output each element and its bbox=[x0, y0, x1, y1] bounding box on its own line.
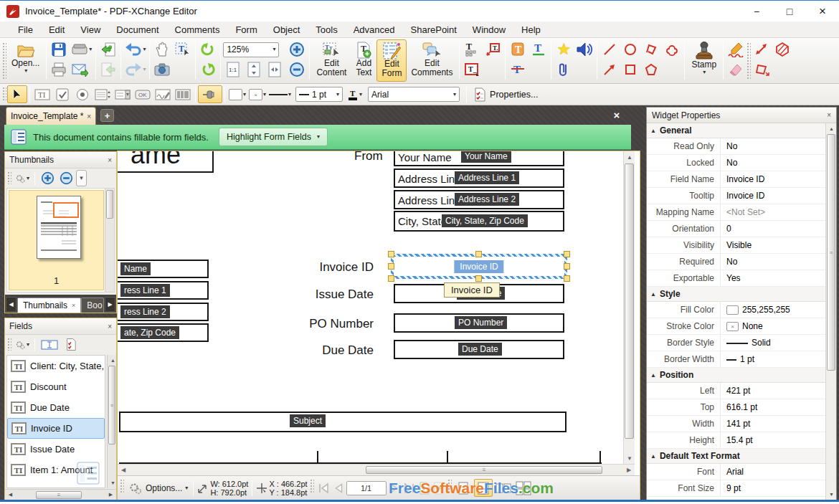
highlight-text-button[interactable]: T bbox=[508, 40, 528, 60]
panel-tabs-left-icon[interactable]: ◀ bbox=[6, 297, 16, 312]
actual-size-button[interactable]: 1:1 bbox=[223, 60, 243, 80]
fields-close-icon[interactable]: × bbox=[108, 323, 112, 331]
thumbnails-options-button[interactable]: ▾ bbox=[14, 170, 31, 186]
viewport-indicator[interactable] bbox=[53, 202, 79, 218]
toolbar-grip[interactable] bbox=[7, 171, 11, 184]
prop-top[interactable]: Top 616.1 pt bbox=[647, 399, 825, 416]
stamp-button[interactable]: Stamp ▾ bbox=[687, 39, 721, 82]
prop-border-style[interactable]: Border Style Solid bbox=[647, 335, 825, 351]
menu-advanced[interactable]: Advanced bbox=[346, 24, 403, 35]
arrow-tool-button[interactable] bbox=[599, 60, 620, 80]
print-button[interactable] bbox=[49, 60, 69, 80]
resize-handle-e[interactable] bbox=[564, 263, 570, 270]
area-tool-button[interactable] bbox=[772, 40, 792, 60]
zoom-level-combo[interactable]: 125% ▾ bbox=[223, 42, 279, 57]
toolbar-grip[interactable] bbox=[746, 42, 751, 79]
due-date-field[interactable]: Due Date bbox=[394, 340, 564, 359]
rename-field-button[interactable] bbox=[39, 336, 60, 353]
close-button[interactable]: × bbox=[806, 1, 839, 22]
properties-scrollbar[interactable]: ▲ ≡ ▼ bbox=[825, 123, 836, 500]
tab-bookmarks[interactable]: Boo bbox=[81, 298, 104, 313]
prop-height[interactable]: Height 15.4 pt bbox=[647, 432, 825, 449]
prop-orientation[interactable]: Orientation 0 bbox=[647, 221, 825, 237]
prop-exportable[interactable]: Exportable Yes bbox=[647, 270, 825, 287]
zoom-out-button[interactable] bbox=[287, 60, 307, 80]
eraser-tool-button[interactable] bbox=[726, 60, 746, 80]
previous-page-icon[interactable] bbox=[332, 482, 345, 495]
highlight-form-fields-button[interactable]: Highlight Form Fields ▾ bbox=[219, 128, 328, 146]
save-button[interactable] bbox=[49, 40, 69, 60]
export-button[interactable] bbox=[98, 60, 118, 80]
prop-locked[interactable]: Locked No bbox=[647, 155, 825, 171]
signature-field-tool[interactable] bbox=[153, 85, 173, 103]
prop-font[interactable]: Font Arial bbox=[647, 464, 825, 480]
edit-content-button[interactable]: TT Edit Content bbox=[312, 39, 351, 82]
field-item-issue-date[interactable]: TI Issue Date bbox=[7, 439, 105, 460]
stroke-color-swatch[interactable]: × bbox=[726, 322, 739, 331]
prop-field-name[interactable]: Field Name Invoice ID bbox=[647, 171, 825, 188]
prop-left[interactable]: Left 421 pt bbox=[647, 383, 825, 399]
address-line-2-field[interactable]: Address Line 2 Address Line 2 bbox=[394, 190, 564, 209]
page-number-box[interactable]: 1/1 bbox=[346, 481, 387, 495]
client-address-2-field[interactable]: ress Line 2 bbox=[118, 303, 209, 321]
section-default-text-format[interactable]: ▲ Default Text Format bbox=[647, 449, 825, 464]
menu-document[interactable]: Document bbox=[108, 24, 166, 35]
fit-page-button[interactable] bbox=[244, 60, 264, 80]
subject-field[interactable]: Subject bbox=[119, 412, 567, 432]
minimize-button[interactable]: − bbox=[740, 1, 773, 22]
tab-close-icon[interactable]: × bbox=[87, 113, 91, 120]
address-line-1-field[interactable]: Address Line 1 Address Line 1 bbox=[394, 168, 564, 188]
fields-options-button[interactable]: ▾ bbox=[14, 336, 31, 353]
select-fields-tool[interactable] bbox=[7, 85, 27, 103]
stroke-color-picker[interactable]: × ▾ bbox=[247, 85, 267, 103]
document-vertical-scrollbar[interactable]: ▲ ▼ bbox=[623, 151, 635, 464]
prop-required[interactable]: Required No bbox=[647, 254, 825, 270]
menu-comments[interactable]: Comments bbox=[167, 24, 228, 35]
document-horizontal-scrollbar[interactable]: ◀ ≡ ▶ bbox=[118, 464, 635, 475]
scan-button[interactable]: ▾ bbox=[70, 40, 93, 60]
sound-button[interactable] bbox=[574, 40, 594, 60]
import-button[interactable] bbox=[98, 40, 118, 60]
document-pane-close-button[interactable]: × bbox=[609, 108, 625, 122]
resize-handle-w[interactable] bbox=[388, 263, 394, 270]
widget-properties-close-icon[interactable]: × bbox=[827, 111, 831, 119]
thumbnails-expand-button[interactable]: ▼ bbox=[76, 170, 87, 186]
cloud-tool-button[interactable] bbox=[662, 40, 682, 60]
thumbnails-scrollbar[interactable] bbox=[105, 189, 114, 292]
fields-vertical-scrollbar[interactable]: ▲ ≡ ▼ bbox=[107, 355, 116, 488]
oval-tool-button[interactable] bbox=[620, 40, 640, 60]
toolbar-grip[interactable] bbox=[120, 479, 124, 493]
prop-read-only[interactable]: Read Only No bbox=[647, 138, 825, 155]
thumbnails-close-icon[interactable]: × bbox=[108, 156, 112, 164]
menu-view[interactable]: View bbox=[72, 24, 108, 35]
thumbnail-page-1[interactable]: 1 bbox=[9, 190, 104, 290]
menu-object[interactable]: Object bbox=[265, 24, 308, 35]
prop-visibility[interactable]: Visibility Visible bbox=[647, 237, 825, 254]
fit-width-button[interactable] bbox=[265, 60, 285, 80]
menu-help[interactable]: Help bbox=[513, 24, 549, 35]
keep-tool-selected-pin[interactable] bbox=[198, 85, 222, 103]
field-item-invoice-id[interactable]: TI Invoice ID bbox=[7, 418, 105, 439]
resize-handle-sw[interactable] bbox=[388, 275, 394, 282]
button-tool[interactable]: OK bbox=[133, 85, 153, 103]
prop-stroke-color[interactable]: Stroke Color × None bbox=[647, 318, 825, 335]
fill-color-swatch[interactable] bbox=[726, 305, 739, 315]
pencil-tool-button[interactable] bbox=[726, 40, 746, 60]
section-style[interactable]: ▲ Style bbox=[647, 287, 825, 302]
perimeter-tool-button[interactable] bbox=[752, 60, 772, 80]
combo-box-tool[interactable] bbox=[113, 85, 133, 103]
add-text-button[interactable]: T Add Text bbox=[351, 39, 376, 82]
city-state-zip-field[interactable]: City, State, Zip Code City, State, Zip C… bbox=[394, 211, 564, 232]
toolbar-grip[interactable] bbox=[2, 87, 6, 102]
edit-form-button[interactable]: Edit Form bbox=[376, 39, 407, 82]
prop-font-size[interactable]: Font Size 9 pt bbox=[647, 480, 825, 497]
resize-handle-s[interactable] bbox=[475, 275, 482, 282]
prop-tooltip[interactable]: Tooltip Invoice ID bbox=[647, 188, 825, 204]
text-color-picker[interactable]: T ▾ bbox=[346, 85, 364, 103]
radio-button-tool[interactable] bbox=[72, 85, 93, 103]
border-width-combo[interactable]: 1 pt ▾ bbox=[295, 87, 343, 102]
undo-button[interactable]: ▾ bbox=[123, 40, 147, 60]
field-item-client[interactable]: TI Client: City, State, Zip bbox=[7, 356, 105, 376]
select-text-button[interactable]: T bbox=[173, 40, 193, 60]
client-address-1-field[interactable]: ress Line 1 bbox=[118, 281, 209, 300]
